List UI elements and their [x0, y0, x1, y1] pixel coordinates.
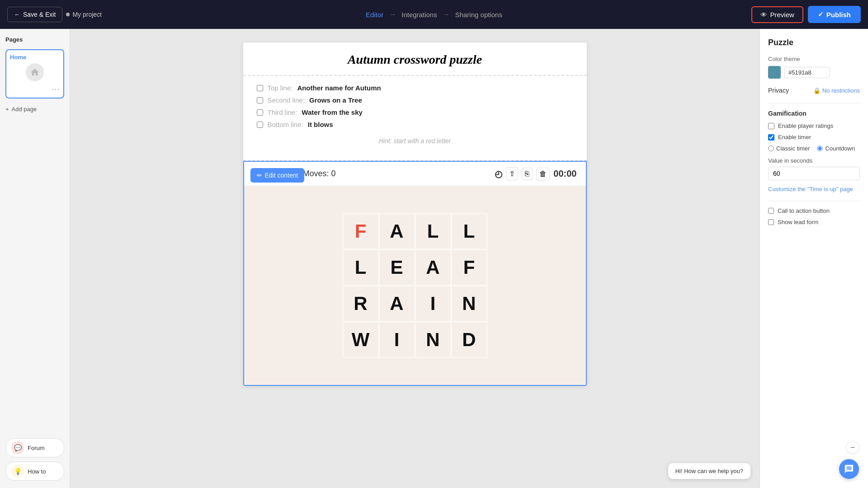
copy-button[interactable]: ⎘ — [522, 168, 533, 180]
enable-ratings-label: Enable player ratings — [778, 122, 833, 129]
top-navigation: ← Save & Exit My project Editor → Integr… — [0, 0, 868, 29]
lead-form-row: Show lead form — [768, 219, 860, 225]
lead-form-checkbox[interactable] — [768, 219, 774, 225]
home-icon — [30, 67, 40, 77]
grid-cell-0-1[interactable]: A — [379, 213, 415, 249]
lightbulb-icon: 💡 — [11, 465, 24, 478]
countdown-option[interactable]: Countdown — [817, 145, 855, 152]
project-name: My project — [66, 11, 102, 18]
grid-cell-1-2[interactable]: A — [415, 249, 451, 286]
add-page-button[interactable]: + Add page — [5, 106, 64, 113]
grid-cell-3-2[interactable]: N — [415, 322, 451, 358]
forum-button[interactable]: 💬 Forum — [5, 438, 64, 457]
divider-2 — [768, 201, 860, 201]
chat-message: Hi! How can we help you? — [675, 468, 743, 474]
grid-cell-0-0[interactable]: F — [343, 213, 379, 249]
chat-minimize-button[interactable]: − — [846, 441, 859, 454]
grid-cell-3-0[interactable]: W — [343, 322, 379, 358]
clue-row-2: Second line: Grows on a Tree — [257, 96, 573, 104]
privacy-value[interactable]: 🔒 No restrictions — [813, 87, 860, 94]
chat-bubble-button[interactable] — [839, 459, 859, 479]
grid-cell-2-0[interactable]: R — [343, 286, 379, 322]
grid-cell-0-2[interactable]: L — [415, 213, 451, 249]
game-area: ✏ Edit content Moves: 0 ◴ ⇧ ⎘ 🗑 — [243, 161, 587, 386]
grid-cell-3-3[interactable]: D — [451, 322, 487, 358]
clue-checkbox-4[interactable] — [257, 122, 263, 128]
grid-cell-2-2[interactable]: I — [415, 286, 451, 322]
page-card-menu-dots[interactable]: ⋯ — [10, 84, 60, 94]
enable-timer-row: Enable timer — [768, 134, 860, 141]
enable-timer-label: Enable timer — [778, 134, 811, 141]
classic-timer-radio[interactable] — [768, 145, 774, 151]
cta-row: Call to action button — [768, 207, 860, 214]
enable-ratings-checkbox[interactable] — [768, 123, 774, 129]
help-widget: Hi! How can we help you? — [668, 463, 750, 479]
enable-timer-checkbox[interactable] — [768, 134, 774, 141]
cta-label: Call to action button — [778, 207, 830, 214]
page-card-home[interactable]: Home ⋯ — [5, 49, 64, 99]
sidebar: Pages Home ⋯ + Add page 💬 Forum 💡 How to — [0, 29, 70, 488]
color-hex-input[interactable] — [784, 67, 830, 78]
publish-label: Publish — [826, 11, 851, 19]
publish-button[interactable]: ✓ Publish — [808, 6, 861, 23]
crossword-grid: F A L L L E A F R A — [244, 186, 586, 385]
page-home-label: Home — [10, 54, 60, 61]
grid-cell-2-1[interactable]: A — [379, 286, 415, 322]
countdown-radio[interactable] — [817, 145, 823, 151]
main-layout: Pages Home ⋯ + Add page 💬 Forum 💡 How to — [0, 29, 868, 488]
customize-timeup-link[interactable]: Customize the "Time is up" page — [768, 186, 860, 192]
grid-cell-3-1[interactable]: I — [379, 322, 415, 358]
edit-content-button[interactable]: ✏ Edit content — [250, 168, 305, 183]
grid-row-3: W I N D — [343, 322, 487, 358]
timer-type-row: Classic timer Countdown — [768, 145, 860, 152]
grid-cell-2-3[interactable]: N — [451, 286, 487, 322]
clue-label-4: Bottom line: — [268, 121, 303, 128]
chat-bubble-icon — [844, 464, 854, 474]
seconds-label: Value in seconds — [768, 157, 860, 164]
hint-text: Hint: start with a red letter — [379, 137, 451, 145]
privacy-label: Privacy — [768, 87, 789, 94]
cta-checkbox[interactable] — [768, 208, 774, 214]
classic-timer-option[interactable]: Classic timer — [768, 145, 810, 152]
grid-cell-0-3[interactable]: L — [451, 213, 487, 249]
canvas-area: Autumn crossword puzzle Top line: Anothe… — [70, 29, 760, 488]
clue-checkbox-3[interactable] — [257, 109, 263, 116]
step-editor[interactable]: Editor — [366, 11, 383, 19]
save-exit-button[interactable]: ← Save & Exit — [7, 7, 62, 22]
grid-cell-1-1[interactable]: E — [379, 249, 415, 286]
arrow-icon-2: → — [443, 10, 450, 19]
grid-row-2: R A I N — [343, 286, 487, 322]
move-up-button[interactable]: ⇧ — [506, 167, 518, 180]
puzzle-title-section: Autumn crossword puzzle — [243, 42, 587, 76]
grid-cell-1-3[interactable]: F — [451, 249, 487, 286]
clue-checkbox-1[interactable] — [257, 85, 263, 91]
sidebar-bottom: 💬 Forum 💡 How to — [5, 438, 64, 481]
pages-title: Pages — [5, 36, 64, 43]
arrow-icon-1: → — [389, 10, 396, 19]
preview-button[interactable]: 👁 Preview — [751, 6, 803, 23]
seconds-input[interactable] — [768, 167, 860, 180]
puzzle-container: Autumn crossword puzzle Top line: Anothe… — [243, 42, 587, 386]
lock-icon: 🔒 — [813, 87, 821, 94]
preview-label: Preview — [770, 11, 794, 19]
plus-icon: + — [5, 106, 9, 113]
delete-button[interactable]: 🗑 — [536, 168, 550, 180]
edit-content-label: Edit content — [265, 172, 298, 179]
clue-text-2: Grows on a Tree — [309, 96, 362, 104]
step-integrations[interactable]: Integrations — [401, 11, 437, 19]
nav-right: 👁 Preview ✓ Publish — [751, 6, 861, 23]
color-swatch[interactable] — [768, 66, 781, 79]
howto-button[interactable]: 💡 How to — [5, 462, 64, 481]
game-controls: ◴ ⇧ ⎘ 🗑 00:00 — [495, 167, 576, 180]
nav-steps: Editor → Integrations → Sharing options — [366, 10, 502, 19]
panel-title: Puzzle — [768, 38, 860, 47]
divider-1 — [768, 103, 860, 103]
grid-table: F A L L L E A F R A — [343, 213, 487, 358]
grid-cell-1-0[interactable]: L — [343, 249, 379, 286]
step-sharing[interactable]: Sharing options — [455, 11, 502, 19]
clue-text-4: It blows — [308, 121, 333, 128]
clue-checkbox-2[interactable] — [257, 97, 263, 103]
color-theme-row — [768, 66, 860, 79]
hint-row: Hint: start with a red letter — [257, 133, 573, 152]
clue-label-1: Top line: — [268, 84, 293, 92]
